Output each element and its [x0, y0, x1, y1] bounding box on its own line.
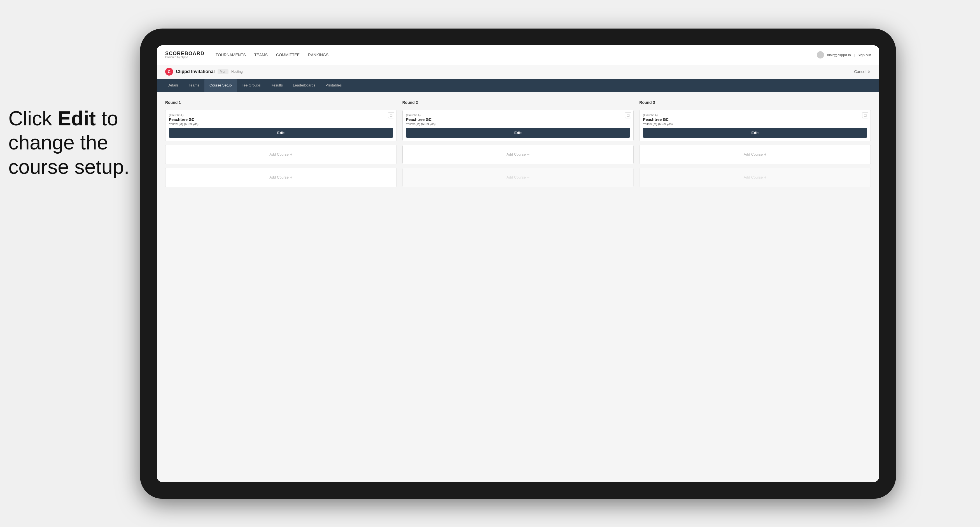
round-3-course-card: □ (Course A) Peachtree GC Yellow (M) (66… [639, 110, 871, 141]
round-1-add-plus-1: + [290, 152, 292, 157]
user-email: blair@clippd.io [827, 53, 851, 57]
nav-rankings[interactable]: RANKINGS [308, 52, 328, 57]
round-1-add-course-label-2: Add Course [269, 175, 289, 179]
round-2-course-label: (Course A) [406, 113, 630, 117]
round-1-column: Round 1 □ (Course A) Peachtree GC Yellow… [165, 100, 397, 187]
annotation-text: Click Edit tochange thecourse setup. [8, 106, 129, 179]
round-3-add-course-1[interactable]: Add Course + [639, 145, 871, 164]
round-1-add-plus-2: + [290, 175, 292, 180]
round-1-title: Round 1 [165, 100, 397, 105]
round-3-add-course-label-2: Add Course [744, 175, 763, 179]
sign-out-link[interactable]: Sign out [858, 53, 871, 57]
tab-results[interactable]: Results [266, 79, 288, 92]
nav-teams[interactable]: TEAMS [254, 52, 268, 57]
round-3-edit-button[interactable]: Edit [643, 128, 867, 138]
tab-bar: Details Teams Course Setup Tee Groups Re… [157, 79, 879, 92]
round-2-add-course-label-2: Add Course [506, 175, 526, 179]
rounds-grid: Round 1 □ (Course A) Peachtree GC Yellow… [165, 100, 871, 187]
round-2-delete-button[interactable]: □ [625, 112, 631, 118]
sub-header: C Clippd Invitational Men Hosting Cancel… [157, 65, 879, 79]
round-2-add-plus-2: + [527, 175, 530, 180]
nav-committee[interactable]: COMMITTEE [276, 52, 300, 57]
round-1-add-course-label-1: Add Course [269, 152, 289, 156]
tablet-screen: SCOREBOARD Powered by clippd TOURNAMENTS… [157, 45, 879, 482]
tab-details[interactable]: Details [162, 79, 184, 92]
nav-left: SCOREBOARD Powered by clippd TOURNAMENTS… [165, 51, 328, 59]
top-navigation: SCOREBOARD Powered by clippd TOURNAMENTS… [157, 45, 879, 65]
round-3-course-name: Peachtree GC [643, 117, 867, 122]
round-1-edit-button[interactable]: Edit [169, 128, 393, 138]
round-3-add-plus-1: + [764, 152, 766, 157]
tournament-badge: Men [218, 69, 229, 74]
round-2-course-card: □ (Course A) Peachtree GC Yellow (M) (66… [402, 110, 634, 141]
scoreboard-logo: SCOREBOARD Powered by clippd [165, 51, 204, 59]
round-2-edit-button[interactable]: Edit [406, 128, 630, 138]
cancel-label: Cancel [854, 70, 866, 74]
logo-title: SCOREBOARD [165, 51, 204, 56]
tablet-device: SCOREBOARD Powered by clippd TOURNAMENTS… [140, 29, 896, 499]
tab-tee-groups[interactable]: Tee Groups [237, 79, 266, 92]
tab-printables[interactable]: Printables [320, 79, 347, 92]
brand-logo: C [165, 68, 173, 76]
hosting-label: Hosting [231, 70, 243, 74]
user-avatar [817, 51, 824, 59]
tab-course-setup[interactable]: Course Setup [204, 79, 237, 92]
round-2-add-course-1[interactable]: Add Course + [402, 145, 634, 164]
round-2-add-course-2: Add Course + [402, 168, 634, 187]
nav-links: TOURNAMENTS TEAMS COMMITTEE RANKINGS [216, 52, 328, 57]
round-1-delete-button[interactable]: □ [388, 112, 394, 118]
round-1-course-name: Peachtree GC [169, 117, 393, 122]
tournament-title: Clippd Invitational [176, 69, 215, 74]
round-2-course-detail: Yellow (M) (6629 yds) [406, 122, 630, 125]
round-3-column: Round 3 □ (Course A) Peachtree GC Yellow… [639, 100, 871, 187]
sub-header-left: C Clippd Invitational Men Hosting [165, 68, 243, 76]
nav-separator: | [854, 53, 854, 57]
round-2-title: Round 2 [402, 100, 634, 105]
round-3-delete-button[interactable]: □ [862, 112, 868, 118]
round-1-add-course-1[interactable]: Add Course + [165, 145, 397, 164]
cancel-button[interactable]: Cancel ✕ [854, 70, 871, 74]
round-3-add-plus-2: + [764, 175, 766, 180]
round-3-title: Round 3 [639, 100, 871, 105]
logo-sub: Powered by clippd [165, 56, 204, 59]
tab-leaderboards[interactable]: Leaderboards [288, 79, 320, 92]
round-2-column: Round 2 □ (Course A) Peachtree GC Yellow… [402, 100, 634, 187]
round-2-add-course-label-1: Add Course [506, 152, 526, 156]
round-3-course-label: (Course A) [643, 113, 867, 117]
round-2-add-plus-1: + [527, 152, 530, 157]
round-3-course-detail: Yellow (M) (6629 yds) [643, 122, 867, 125]
round-2-course-name: Peachtree GC [406, 117, 630, 122]
nav-right: blair@clippd.io | Sign out [817, 51, 871, 59]
round-1-course-detail: Yellow (M) (6629 yds) [169, 122, 393, 125]
tab-teams[interactable]: Teams [184, 79, 204, 92]
cancel-icon: ✕ [867, 70, 871, 74]
round-3-add-course-2: Add Course + [639, 168, 871, 187]
round-1-course-card: □ (Course A) Peachtree GC Yellow (M) (66… [165, 110, 397, 141]
round-3-add-course-label-1: Add Course [744, 152, 763, 156]
round-1-course-label: (Course A) [169, 113, 393, 117]
main-content: Round 1 □ (Course A) Peachtree GC Yellow… [157, 92, 879, 482]
round-1-add-course-2[interactable]: Add Course + [165, 168, 397, 187]
nav-tournaments[interactable]: TOURNAMENTS [216, 52, 246, 57]
